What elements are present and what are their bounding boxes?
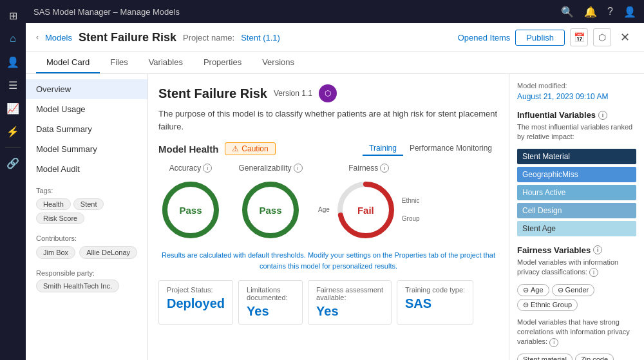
health-tab-performance[interactable]: Performance Monitoring — [403, 142, 498, 156]
modified-label: Model modified: — [517, 82, 636, 90]
ethnic-chip-icon: ⊖ — [523, 301, 529, 309]
fairness-chip-age[interactable]: ⊖ Age — [517, 284, 549, 296]
sidebar-item-data-summary[interactable]: Data Summary — [26, 119, 147, 139]
tags-label: Tags: — [36, 187, 137, 194]
search-icon[interactable]: 🔍 — [561, 6, 574, 18]
publish-button[interactable]: Publish — [515, 30, 565, 46]
page-title: Stent Failure Risk — [79, 31, 176, 44]
nav-connect-icon[interactable]: ⚡ — [3, 121, 23, 142]
breadcrumb-models[interactable]: Models — [45, 33, 72, 43]
tab-properties[interactable]: Properties — [193, 52, 252, 73]
contributor-jim-box[interactable]: Jim Box — [36, 246, 75, 259]
help-icon[interactable]: ? — [607, 6, 613, 17]
main-content: Stent Failure Risk Version 1.1 ⬡ The pur… — [148, 74, 509, 360]
fairness-vars-info-icon[interactable]: i — [593, 245, 602, 254]
left-navigation: ⊞ ⌂ 👤 ☰ 📈 ⚡ 🔗 — [0, 0, 26, 360]
page-header: ‹ Models Stent Failure Risk Project name… — [26, 23, 644, 52]
project-status-value: Deployed — [167, 296, 225, 311]
nav-link-icon[interactable]: 🔗 — [3, 153, 23, 173]
privacy-chip-zip-code[interactable]: Zip code — [575, 354, 614, 360]
fairness-circle: Fail — [334, 178, 398, 242]
fairness-section: Fairness Variables i Model variables wit… — [517, 245, 636, 360]
strong-corr-info-icon[interactable]: i — [549, 338, 558, 347]
fairness-privacy-info-icon[interactable]: i — [589, 268, 598, 277]
generalizability-gauge: Generalizability i Pass — [238, 164, 303, 242]
fairness-assessment-label: Fairness assessmentavailable: — [316, 286, 383, 301]
privacy-chip-stent-material[interactable]: Stent material — [517, 354, 573, 360]
accuracy-label: Accuracy i — [169, 164, 212, 173]
responsible-party-section: Responsible party: Smith HealthTech Inc. — [26, 261, 147, 293]
tab-files[interactable]: Files — [100, 52, 138, 73]
model-description: The purpose of this model is to classify… — [158, 108, 498, 133]
accuracy-result: Pass — [179, 205, 202, 216]
fairness-chip-ethnic[interactable]: ⊖ Ethnic Group — [517, 299, 578, 311]
var-hours-active[interactable]: Hours Active — [517, 185, 636, 200]
caution-badge: ⚠ Caution — [225, 142, 275, 155]
breadcrumb-back-icon: ‹ — [36, 33, 39, 42]
fairness-left-label: Age — [318, 201, 330, 219]
nav-user-icon[interactable]: 👤 — [3, 52, 23, 72]
contributors-row: Jim Box Allie DeLonay — [36, 246, 137, 259]
influential-vars-title: Influential Variables i — [517, 110, 636, 120]
var-stent-age[interactable]: Stent Age — [517, 221, 636, 236]
status-card-fairness: Fairness assessmentavailable: Yes — [308, 280, 392, 325]
nav-list-icon[interactable]: ☰ — [3, 75, 23, 95]
fairness-gauge-container: Fairness i Age Fail — [318, 164, 420, 242]
generalizability-circle: Pass — [238, 178, 303, 242]
fairness-vars-desc: Model variables with information privacy… — [517, 258, 636, 278]
fairness-right-label: EthnicGroup — [402, 192, 420, 228]
health-note: Results are calculated with default thre… — [158, 250, 498, 271]
limitations-label: Limitationsdocumented: — [247, 286, 294, 301]
model-icon: ⬡ — [319, 84, 337, 102]
tab-versions[interactable]: Versions — [252, 52, 305, 73]
privacy-chips: Stent material Zip code Diabetic — [517, 354, 636, 360]
sidebar-item-overview[interactable]: Overview — [26, 79, 147, 99]
top-bar: SAS Model Manager – Manage Models 🔍 🔔 ? … — [26, 0, 644, 23]
gauges-row: Accuracy i Pass — [158, 164, 498, 242]
app-title-text: SAS Model Manager – Manage Models — [33, 7, 180, 17]
fairness-assessment-value: Yes — [316, 304, 383, 319]
caution-label: Caution — [242, 144, 268, 153]
tag-stent[interactable]: Stent — [73, 198, 104, 210]
tags-row: Health Stent Risk Score — [36, 198, 137, 224]
contributors-section: Contributors: Jim Box Allie DeLonay — [26, 227, 147, 261]
nav-chart-icon[interactable]: 📈 — [3, 98, 23, 118]
contributors-label: Contributors: — [36, 234, 137, 242]
share-icon-button[interactable]: ⬡ — [593, 28, 611, 46]
tag-health[interactable]: Health — [36, 198, 71, 210]
warning-icon: ⚠ — [232, 144, 239, 153]
var-stent-material[interactable]: Stent Material — [517, 149, 636, 164]
contributor-allie[interactable]: Allie DeLonay — [79, 246, 137, 259]
health-header: Model Health ⚠ Caution Training Performa… — [158, 142, 498, 156]
sidebar-item-model-usage[interactable]: Model Usage — [26, 99, 147, 119]
health-tab-training[interactable]: Training — [363, 142, 403, 156]
nav-home-icon[interactable]: ⌂ — [3, 28, 23, 49]
var-geographic-miss[interactable]: GeographicMiss — [517, 167, 636, 182]
sidebar-item-model-audit[interactable]: Model Audit — [26, 159, 147, 179]
nav-grid-icon[interactable]: ⊞ — [3, 5, 23, 26]
tag-risk-score[interactable]: Risk Score — [36, 213, 84, 224]
calendar-icon-button[interactable]: 📅 — [570, 28, 588, 46]
responsible-party-chip[interactable]: Smith HealthTech Inc. — [36, 279, 119, 292]
opened-items-link[interactable]: Opened Items — [458, 33, 511, 43]
generalizability-info-icon[interactable]: i — [294, 164, 303, 173]
fairness-chip-gender[interactable]: ⊖ Gender — [552, 284, 595, 296]
fairness-chips: ⊖ Age ⊖ Gender ⊖ Ethnic Group — [517, 284, 636, 311]
user-icon[interactable]: 👤 — [623, 6, 636, 18]
influential-info-icon[interactable]: i — [598, 111, 607, 120]
model-name: Stent Failure Risk — [158, 86, 267, 101]
notification-icon[interactable]: 🔔 — [584, 6, 597, 18]
modified-date: August 21, 2023 09:10 AM — [517, 92, 636, 101]
tab-model-card[interactable]: Model Card — [36, 52, 100, 73]
tab-variables[interactable]: Variables — [138, 52, 193, 73]
project-link[interactable]: Stent (1.1) — [241, 33, 280, 43]
status-cards: Project Status: Deployed Limitationsdocu… — [158, 280, 498, 325]
responsible-party-label: Responsible party: — [36, 269, 137, 277]
fairness-info-icon[interactable]: i — [380, 164, 389, 173]
content-area: ‹ Models Stent Failure Risk Project name… — [26, 23, 644, 360]
close-button[interactable]: ✕ — [616, 29, 634, 46]
accuracy-info-icon[interactable]: i — [203, 164, 212, 173]
var-cell-design[interactable]: Cell Design — [517, 203, 636, 218]
header-left: ‹ Models Stent Failure Risk Project name… — [36, 31, 280, 44]
sidebar-item-model-summary[interactable]: Model Summary — [26, 139, 147, 159]
